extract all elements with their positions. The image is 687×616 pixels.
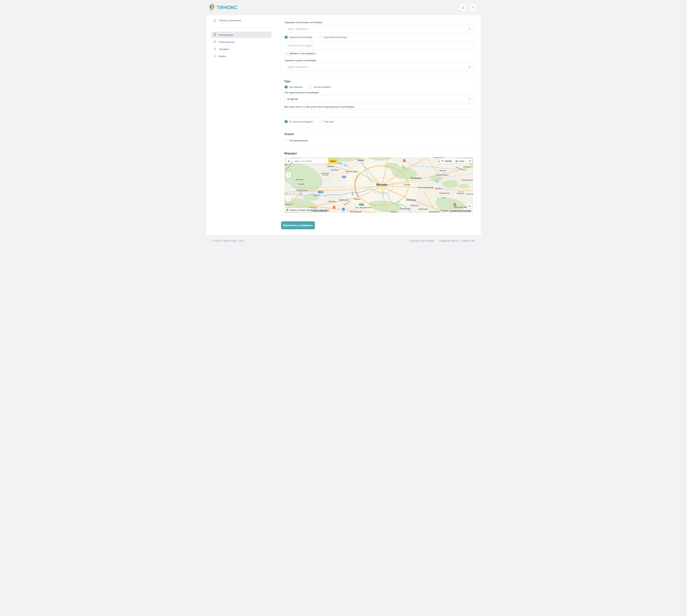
- map-label: Шарапово: [284, 203, 293, 205]
- weight-input-wrap: [284, 109, 473, 117]
- calculator-icon: [213, 33, 217, 37]
- brand-name: ТИНОКС: [217, 5, 238, 10]
- sidebar-item-profile[interactable]: Профиль: [211, 46, 272, 52]
- add-route-point-button[interactable]: + Добавить точку маршрута: [284, 51, 318, 56]
- map-label: Свердловский: [433, 157, 443, 158]
- checkbox-option[interactable]: Экспедирование: [284, 139, 308, 142]
- map-marker-r: Р: [333, 206, 335, 209]
- map-label: пос. Мосрентген: [356, 206, 371, 209]
- site-credits-link[interactable]: Создание сайта — Cetera Labs: [439, 239, 475, 242]
- sidebar-item-dashboard[interactable]: Панель управления: [211, 17, 272, 24]
- radio-selected[interactable]: Груженый контейнер: [284, 36, 313, 39]
- radio-option[interactable]: Не растаможен: [309, 86, 331, 89]
- geolocation-button[interactable]: [286, 159, 291, 163]
- create-own-map-link[interactable]: Создать свою карту: [311, 209, 329, 211]
- map-label: пос. им. Воровского: [457, 191, 465, 195]
- radio-control-icon: [309, 86, 312, 89]
- checkbox-control-icon: [284, 139, 287, 142]
- map-label: ово: [284, 163, 287, 166]
- traffic-icon: [442, 160, 444, 162]
- map-search-input[interactable]: [293, 158, 328, 163]
- brand-logo[interactable]: ТИНОКС: [210, 4, 238, 11]
- radio-label: Порожний контейнер: [323, 36, 347, 39]
- radio-selected[interactable]: растаможен: [284, 86, 303, 89]
- map-label: Московский: [350, 211, 361, 213]
- logout-button[interactable]: [470, 4, 476, 11]
- zoom-slider-handle[interactable]: [286, 184, 291, 188]
- profile-button[interactable]: [460, 4, 467, 11]
- sidebar-item-logout[interactable]: Выйти: [211, 53, 272, 60]
- map-label: Ершово: [298, 183, 305, 185]
- sidebar-item-label: Профиль: [219, 48, 230, 50]
- brand-swirl-icon: [210, 4, 215, 11]
- radio-option[interactable]: Под срез: [319, 120, 334, 123]
- map-label: Фуньково: [296, 179, 303, 181]
- terminal-start-select[interactable]: Адрес терминала: [284, 25, 473, 33]
- report-error-link[interactable]: Сообщить об ошибке: [409, 239, 434, 242]
- radio-control-icon: [284, 36, 287, 39]
- map-label: Железнодорожный: [417, 186, 433, 189]
- map-badge: А-106: [318, 191, 323, 193]
- terminal-start-placeholder: Адрес терминала: [287, 27, 308, 30]
- sidebar-item-label: Выйти: [219, 55, 226, 58]
- route-card: Маршрут: [281, 149, 476, 216]
- map-search-button[interactable]: Найти: [328, 158, 338, 163]
- ruler-button[interactable]: [467, 204, 472, 209]
- sidebar-divider: [211, 27, 272, 28]
- logout-icon: [471, 6, 475, 9]
- address-input-wrap: [284, 41, 473, 49]
- yandex-map[interactable]: СвердловскийЛосино- ПетровскийХимкиРовоН…: [284, 157, 473, 213]
- home-icon: [213, 19, 217, 22]
- container-state-group: Груженый контейнерПорожний контейнер: [284, 35, 473, 39]
- loading-type-group: По центру (стандарт)Под срез: [284, 120, 473, 123]
- radio-label: Не растаможен: [314, 86, 331, 88]
- app-header: ТИНОКС: [206, 0, 481, 15]
- sidebar-item-calculator[interactable]: Калькулятор: [211, 31, 272, 38]
- map-badge: Е105: [359, 203, 364, 205]
- map-label: Балашиха: [411, 177, 421, 179]
- checkbox-label: Экспедирование: [289, 139, 308, 142]
- radio-label: По центру (стандарт): [289, 120, 313, 123]
- map-badge: М-9: [342, 176, 346, 178]
- traffic-button[interactable]: Пробки: [440, 159, 454, 163]
- map-label: Всеволодово: [466, 193, 473, 195]
- map-label: Красногорск: [346, 171, 358, 173]
- map-label: ЦКАД: [300, 191, 302, 195]
- logout-icon: [213, 54, 217, 58]
- sidebar-item-users[interactable]: Пользователи: [211, 39, 272, 45]
- footer-copyright: © ООО «Тинокс-Хим», 2022: [212, 239, 244, 242]
- map-label: Малаховка: [418, 208, 428, 210]
- map-label: Павловская Слобода: [321, 173, 329, 176]
- container-type-select[interactable]: 20 футов: [284, 95, 473, 103]
- radio-option[interactable]: Порожний контейнер: [319, 36, 347, 39]
- radio-selected[interactable]: По центру (стандарт): [284, 120, 313, 123]
- terminal-end-select[interactable]: Адрес терминала: [284, 63, 473, 71]
- open-in-yandex-maps-link[interactable]: Открыть в Яндекс.Картах: [285, 208, 315, 212]
- address-input[interactable]: [284, 42, 473, 49]
- terms-of-use-link[interactable]: Условия использования: [449, 210, 471, 212]
- stepper-chevrons-icon: [469, 65, 470, 68]
- drag-dots-icon: [287, 185, 290, 186]
- weight-input[interactable]: [284, 109, 473, 117]
- fullscreen-button[interactable]: [468, 159, 472, 163]
- map-label: Люберцы: [406, 199, 416, 201]
- navigation-arrow-icon: [287, 160, 290, 162]
- users-icon: [213, 40, 217, 44]
- calculate-cost-button[interactable]: Рассчитать стоимость: [281, 221, 315, 229]
- stepper-chevrons-icon: [469, 27, 470, 30]
- map-label: МКАД: [402, 165, 405, 170]
- plus-icon: +: [287, 52, 288, 55]
- container-type-label: Тип транспортного контейнера: [284, 91, 473, 94]
- sidebar: Панель управления: [206, 15, 281, 235]
- map-label: Реутов: [404, 184, 410, 186]
- chevron-down-icon: [465, 161, 467, 162]
- map-marker-air: ✈: [342, 208, 345, 211]
- scale-label: 6 км: [458, 206, 463, 208]
- map-label: Горки-10: [313, 194, 320, 196]
- zoom-out-button[interactable]: −: [286, 196, 291, 201]
- zoom-in-button[interactable]: +: [286, 173, 291, 178]
- map-scale: 6 км: [454, 206, 467, 208]
- layers-button[interactable]: Слои: [454, 159, 469, 163]
- map-label: Заречье: [353, 198, 360, 200]
- map-search-bar: Найти: [293, 158, 338, 163]
